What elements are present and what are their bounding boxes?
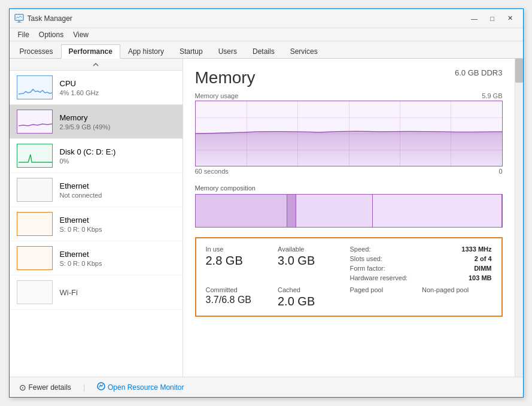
- cpu-sub: 4% 1.60 GHz: [60, 89, 175, 96]
- svg-point-4: [98, 383, 105, 390]
- monitor-icon: [97, 382, 105, 392]
- close-button[interactable]: ✕: [503, 13, 518, 25]
- tab-users[interactable]: Users: [211, 44, 245, 59]
- wifi-label: Wi-Fi: [60, 288, 175, 297]
- main-title: Memory: [195, 68, 256, 87]
- memory-sub: 2.9/5.9 GB (49%): [60, 123, 175, 131]
- open-resource-monitor-button[interactable]: Open Resource Monitor: [95, 381, 186, 393]
- memory-label: Memory: [60, 113, 175, 122]
- content-area: CPU 4% 1.60 GHz Memory 2.9/5.9 GB (49%): [10, 59, 523, 377]
- ethernet3-info: Ethernet S: 0 R: 0 Kbps: [60, 250, 175, 267]
- sidebar-item-ethernet1[interactable]: Ethernet Not connected: [10, 173, 183, 207]
- main-header: Memory 6.0 GB DDR3: [195, 68, 503, 87]
- ethernet1-thumbnail: [17, 178, 53, 202]
- tab-performance[interactable]: Performance: [61, 44, 120, 59]
- comp-inuse: [196, 195, 288, 227]
- tab-processes[interactable]: Processes: [12, 44, 61, 59]
- maximize-button[interactable]: □: [485, 13, 500, 25]
- stat-slots-row: Slots used: 2 of 4: [350, 255, 492, 262]
- stat-form-row: Form factor: DIMM: [350, 265, 492, 272]
- title-bar: Task Manager — □ ✕: [10, 9, 523, 28]
- sidebar-item-memory[interactable]: Memory 2.9/5.9 GB (49%): [10, 105, 183, 139]
- minimize-button[interactable]: —: [467, 13, 482, 25]
- fewer-details-icon: ⊙: [19, 383, 26, 392]
- window-controls: — □ ✕: [467, 13, 518, 25]
- stat-available: Available 3.0 GB: [278, 246, 348, 281]
- ethernet2-label: Ethernet: [60, 216, 175, 225]
- memory-chart: [195, 101, 503, 166]
- sidebar-item-ethernet2[interactable]: Ethernet S: 0 R: 0 Kbps: [10, 207, 183, 241]
- stat-inuse: In use 2.8 GB: [206, 246, 276, 281]
- speed-value: 1333 MHz: [461, 246, 491, 253]
- cpu-info: CPU 4% 1.60 GHz: [60, 79, 175, 96]
- cached-label: Cached: [278, 286, 348, 293]
- app-icon: [14, 14, 24, 23]
- stat-speed-row: Speed: 1333 MHz: [350, 246, 492, 253]
- stat-committed: Committed 3.7/6.8 GB: [206, 286, 276, 308]
- task-manager-window: Task Manager — □ ✕ File Options View Pro…: [9, 8, 524, 398]
- fewer-details-button[interactable]: ⊙ Fewer details: [17, 381, 74, 393]
- disk-sub: 0%: [60, 157, 175, 165]
- ethernet2-info: Ethernet S: 0 R: 0 Kbps: [60, 216, 175, 233]
- ethernet3-label: Ethernet: [60, 250, 175, 259]
- ethernet1-info: Ethernet Not connected: [60, 181, 175, 199]
- cpu-label: CPU: [60, 79, 175, 88]
- main-spec: 6.0 GB DDR3: [455, 68, 502, 77]
- chart-label-row: Memory usage 5.9 GB: [195, 92, 503, 99]
- menu-bar: File Options View: [10, 28, 523, 41]
- separator: |: [83, 383, 85, 392]
- menu-options[interactable]: Options: [34, 29, 68, 40]
- memory-thumbnail: [17, 110, 53, 134]
- chart-time-start: 60 seconds: [195, 168, 229, 175]
- inuse-label: In use: [206, 246, 276, 253]
- sidebar-item-disk[interactable]: Disk 0 (C: D: E:) 0%: [10, 139, 183, 173]
- sidebar: CPU 4% 1.60 GHz Memory 2.9/5.9 GB (49%): [10, 59, 183, 377]
- stat-paged: Paged pool: [350, 286, 420, 308]
- svg-rect-3: [17, 22, 22, 23]
- ethernet2-thumbnail: [17, 212, 53, 236]
- sidebar-item-wifi[interactable]: Wi-Fi: [10, 275, 183, 310]
- hwreserved-value: 103 MB: [469, 274, 492, 281]
- fewer-details-label: Fewer details: [29, 383, 71, 392]
- speed-label: Speed:: [350, 246, 371, 253]
- memory-composition-section: Memory composition: [195, 184, 503, 228]
- slots-label: Slots used:: [350, 255, 382, 262]
- disk-thumbnail: [17, 144, 53, 168]
- window-title: Task Manager: [28, 14, 467, 23]
- disk-label: Disk 0 (C: D: E:): [60, 147, 175, 156]
- wifi-info: Wi-Fi: [60, 288, 175, 297]
- sidebar-item-ethernet3[interactable]: Ethernet S: 0 R: 0 Kbps: [10, 241, 183, 275]
- inuse-value: 2.8 GB: [206, 254, 276, 268]
- ethernet1-sub: Not connected: [60, 192, 175, 199]
- ethernet3-sub: S: 0 R: 0 Kbps: [60, 260, 175, 267]
- tab-app-history[interactable]: App history: [120, 44, 172, 59]
- cpu-thumbnail: [17, 75, 53, 99]
- committed-label: Committed: [206, 286, 276, 293]
- tab-details[interactable]: Details: [245, 44, 282, 59]
- chart-label: Memory usage: [195, 92, 239, 99]
- form-value: DIMM: [474, 265, 491, 272]
- paged-label: Paged pool: [350, 286, 420, 293]
- memory-info: Memory 2.9/5.9 GB (49%): [60, 113, 175, 131]
- scrollbar[interactable]: [515, 59, 523, 377]
- memory-usage-section: Memory usage 5.9 GB: [195, 92, 503, 175]
- wifi-thumbnail: [17, 280, 53, 304]
- composition-label: Memory composition: [195, 184, 503, 192]
- nonpaged-label: Non-paged pool: [422, 286, 492, 293]
- stat-right: Speed: 1333 MHz Slots used: 2 of 4 Form …: [350, 246, 492, 281]
- main-panel: Memory 6.0 GB DDR3 Memory usage 5.9 GB: [183, 59, 515, 377]
- menu-view[interactable]: View: [68, 29, 93, 40]
- stats-box: In use 2.8 GB Available 3.0 GB Speed: 13…: [195, 237, 503, 317]
- disk-info: Disk 0 (C: D: E:) 0%: [60, 147, 175, 165]
- open-resource-monitor-label: Open Resource Monitor: [108, 383, 184, 392]
- tab-services[interactable]: Services: [282, 44, 326, 59]
- menu-file[interactable]: File: [13, 29, 34, 40]
- memory-chart-svg: [196, 101, 502, 166]
- sidebar-scroll-up[interactable]: [10, 59, 183, 71]
- available-label: Available: [278, 246, 348, 253]
- tab-startup[interactable]: Startup: [172, 44, 211, 59]
- ethernet2-sub: S: 0 R: 0 Kbps: [60, 226, 175, 233]
- sidebar-item-cpu[interactable]: CPU 4% 1.60 GHz: [10, 71, 183, 105]
- chart-time-row: 60 seconds 0: [195, 168, 503, 175]
- ethernet1-label: Ethernet: [60, 181, 175, 190]
